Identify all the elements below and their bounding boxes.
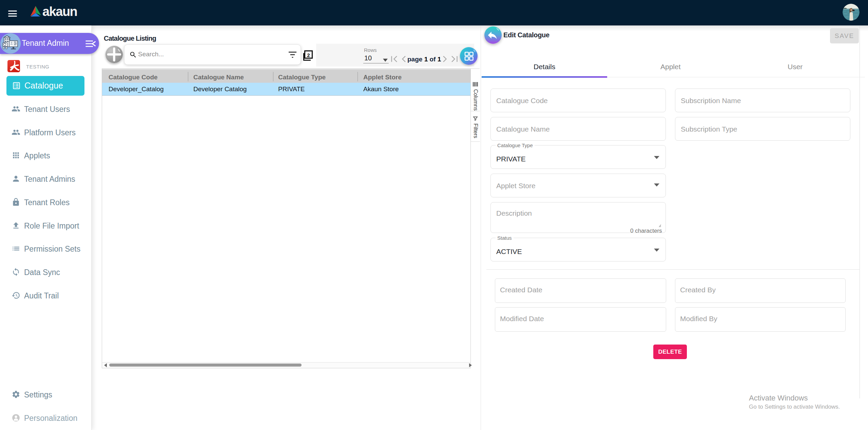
svg-text:2: 2 [307, 52, 310, 58]
